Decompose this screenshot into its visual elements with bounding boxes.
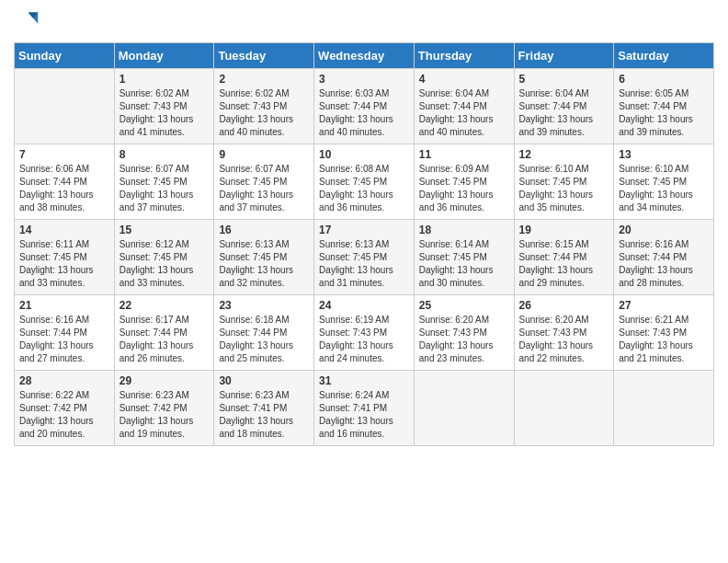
day-number: 5 xyxy=(519,73,609,86)
calendar-cell: 10Sunrise: 6:08 AMSunset: 7:45 PMDayligh… xyxy=(314,144,415,220)
day-info: Sunrise: 6:11 AMSunset: 7:45 PMDaylight:… xyxy=(19,238,109,290)
day-info: Sunrise: 6:04 AMSunset: 7:44 PMDaylight:… xyxy=(519,87,609,139)
day-number: 25 xyxy=(419,299,509,312)
calendar-cell: 15Sunrise: 6:12 AMSunset: 7:45 PMDayligh… xyxy=(114,220,214,295)
calendar-cell: 19Sunrise: 6:15 AMSunset: 7:44 PMDayligh… xyxy=(514,220,614,295)
calendar-cell: 30Sunrise: 6:23 AMSunset: 7:41 PMDayligh… xyxy=(214,371,314,446)
calendar-cell: 14Sunrise: 6:11 AMSunset: 7:45 PMDayligh… xyxy=(15,220,115,295)
day-info: Sunrise: 6:05 AMSunset: 7:44 PMDaylight:… xyxy=(619,87,709,139)
calendar-week-row: 28Sunrise: 6:22 AMSunset: 7:42 PMDayligh… xyxy=(15,371,714,446)
day-number: 15 xyxy=(119,224,210,236)
calendar-cell: 31Sunrise: 6:24 AMSunset: 7:41 PMDayligh… xyxy=(314,371,415,446)
calendar-week-row: 7Sunrise: 6:06 AMSunset: 7:44 PMDaylight… xyxy=(15,144,714,220)
calendar-cell: 23Sunrise: 6:18 AMSunset: 7:44 PMDayligh… xyxy=(214,295,314,371)
day-info: Sunrise: 6:08 AMSunset: 7:45 PMDaylight:… xyxy=(319,163,409,214)
calendar-cell: 25Sunrise: 6:20 AMSunset: 7:43 PMDayligh… xyxy=(414,295,514,371)
day-number: 14 xyxy=(19,224,109,236)
day-number: 29 xyxy=(119,374,210,387)
day-info: Sunrise: 6:13 AMSunset: 7:45 PMDaylight:… xyxy=(219,238,309,290)
day-number: 9 xyxy=(219,148,309,161)
calendar-cell: 27Sunrise: 6:21 AMSunset: 7:43 PMDayligh… xyxy=(614,295,714,371)
day-info: Sunrise: 6:15 AMSunset: 7:44 PMDaylight:… xyxy=(519,238,609,290)
header-friday: Friday xyxy=(514,43,614,69)
day-number: 3 xyxy=(319,73,409,86)
day-number: 19 xyxy=(519,224,609,236)
day-number: 8 xyxy=(119,148,210,161)
day-info: Sunrise: 6:16 AMSunset: 7:44 PMDaylight:… xyxy=(619,238,709,290)
calendar-cell: 9Sunrise: 6:07 AMSunset: 7:45 PMDaylight… xyxy=(214,144,314,220)
day-number: 10 xyxy=(319,148,409,161)
header-sunday: Sunday xyxy=(15,43,115,69)
day-number: 26 xyxy=(519,299,609,312)
header-saturday: Saturday xyxy=(614,43,714,69)
day-info: Sunrise: 6:20 AMSunset: 7:43 PMDaylight:… xyxy=(419,314,509,365)
calendar-header-row: SundayMondayTuesdayWednesdayThursdayFrid… xyxy=(15,43,714,69)
day-info: Sunrise: 6:02 AMSunset: 7:43 PMDaylight:… xyxy=(119,87,210,139)
day-info: Sunrise: 6:10 AMSunset: 7:45 PMDaylight:… xyxy=(519,163,609,214)
calendar-cell: 11Sunrise: 6:09 AMSunset: 7:45 PMDayligh… xyxy=(414,144,514,220)
day-number: 1 xyxy=(119,73,210,86)
day-info: Sunrise: 6:04 AMSunset: 7:44 PMDaylight:… xyxy=(419,87,509,139)
calendar-week-row: 21Sunrise: 6:16 AMSunset: 7:44 PMDayligh… xyxy=(15,295,714,371)
day-number: 22 xyxy=(119,299,210,312)
calendar-cell: 6Sunrise: 6:05 AMSunset: 7:44 PMDaylight… xyxy=(614,69,714,144)
day-number: 21 xyxy=(19,299,109,312)
calendar-cell: 24Sunrise: 6:19 AMSunset: 7:43 PMDayligh… xyxy=(314,295,415,371)
calendar-cell xyxy=(414,371,514,446)
day-info: Sunrise: 6:21 AMSunset: 7:43 PMDaylight:… xyxy=(619,314,709,365)
calendar-cell: 22Sunrise: 6:17 AMSunset: 7:44 PMDayligh… xyxy=(114,295,214,371)
day-info: Sunrise: 6:07 AMSunset: 7:45 PMDaylight:… xyxy=(119,163,210,214)
day-info: Sunrise: 6:23 AMSunset: 7:42 PMDaylight:… xyxy=(119,389,210,441)
day-number: 28 xyxy=(19,374,109,387)
header-tuesday: Tuesday xyxy=(214,43,314,69)
calendar-cell: 29Sunrise: 6:23 AMSunset: 7:42 PMDayligh… xyxy=(114,371,214,446)
calendar-cell: 2Sunrise: 6:02 AMSunset: 7:43 PMDaylight… xyxy=(214,69,314,144)
day-number: 12 xyxy=(519,148,609,161)
calendar-week-row: 14Sunrise: 6:11 AMSunset: 7:45 PMDayligh… xyxy=(15,220,714,295)
calendar-cell: 1Sunrise: 6:02 AMSunset: 7:43 PMDaylight… xyxy=(114,69,214,144)
day-info: Sunrise: 6:17 AMSunset: 7:44 PMDaylight:… xyxy=(119,314,210,365)
day-info: Sunrise: 6:19 AMSunset: 7:43 PMDaylight:… xyxy=(319,314,409,365)
day-number: 17 xyxy=(319,224,409,236)
day-info: Sunrise: 6:22 AMSunset: 7:42 PMDaylight:… xyxy=(19,389,109,441)
day-number: 6 xyxy=(619,73,709,86)
page-header xyxy=(14,9,714,35)
calendar-table: SundayMondayTuesdayWednesdayThursdayFrid… xyxy=(14,42,714,446)
day-info: Sunrise: 6:14 AMSunset: 7:45 PMDaylight:… xyxy=(419,238,509,290)
day-number: 18 xyxy=(419,224,509,236)
calendar-cell: 17Sunrise: 6:13 AMSunset: 7:45 PMDayligh… xyxy=(314,220,415,295)
calendar-cell: 3Sunrise: 6:03 AMSunset: 7:44 PMDaylight… xyxy=(314,69,415,144)
day-number: 31 xyxy=(319,374,409,387)
day-number: 24 xyxy=(319,299,409,312)
calendar-cell: 8Sunrise: 6:07 AMSunset: 7:45 PMDaylight… xyxy=(114,144,214,220)
day-info: Sunrise: 6:16 AMSunset: 7:44 PMDaylight:… xyxy=(19,314,109,365)
calendar-cell xyxy=(514,371,614,446)
calendar-cell xyxy=(15,69,115,144)
calendar-cell: 4Sunrise: 6:04 AMSunset: 7:44 PMDaylight… xyxy=(414,69,514,144)
day-number: 23 xyxy=(219,299,309,312)
day-info: Sunrise: 6:23 AMSunset: 7:41 PMDaylight:… xyxy=(219,389,309,441)
day-info: Sunrise: 6:24 AMSunset: 7:41 PMDaylight:… xyxy=(319,389,409,441)
calendar-cell: 18Sunrise: 6:14 AMSunset: 7:45 PMDayligh… xyxy=(414,220,514,295)
day-info: Sunrise: 6:12 AMSunset: 7:45 PMDaylight:… xyxy=(119,238,210,290)
calendar-cell xyxy=(614,371,714,446)
day-info: Sunrise: 6:07 AMSunset: 7:45 PMDaylight:… xyxy=(219,163,309,214)
day-number: 20 xyxy=(619,224,709,236)
day-info: Sunrise: 6:02 AMSunset: 7:43 PMDaylight:… xyxy=(219,87,309,139)
calendar-cell: 20Sunrise: 6:16 AMSunset: 7:44 PMDayligh… xyxy=(614,220,714,295)
calendar-cell: 26Sunrise: 6:20 AMSunset: 7:43 PMDayligh… xyxy=(514,295,614,371)
calendar-cell: 13Sunrise: 6:10 AMSunset: 7:45 PMDayligh… xyxy=(614,144,714,220)
calendar-cell: 7Sunrise: 6:06 AMSunset: 7:44 PMDaylight… xyxy=(15,144,115,220)
header-thursday: Thursday xyxy=(414,43,514,69)
logo-icon xyxy=(14,9,40,35)
calendar-cell: 16Sunrise: 6:13 AMSunset: 7:45 PMDayligh… xyxy=(214,220,314,295)
header-monday: Monday xyxy=(114,43,214,69)
day-info: Sunrise: 6:20 AMSunset: 7:43 PMDaylight:… xyxy=(519,314,609,365)
day-number: 13 xyxy=(619,148,709,161)
calendar-cell: 5Sunrise: 6:04 AMSunset: 7:44 PMDaylight… xyxy=(514,69,614,144)
day-info: Sunrise: 6:03 AMSunset: 7:44 PMDaylight:… xyxy=(319,87,409,139)
day-number: 11 xyxy=(419,148,509,161)
logo xyxy=(14,9,43,35)
day-info: Sunrise: 6:06 AMSunset: 7:44 PMDaylight:… xyxy=(19,163,109,214)
day-number: 30 xyxy=(219,374,309,387)
